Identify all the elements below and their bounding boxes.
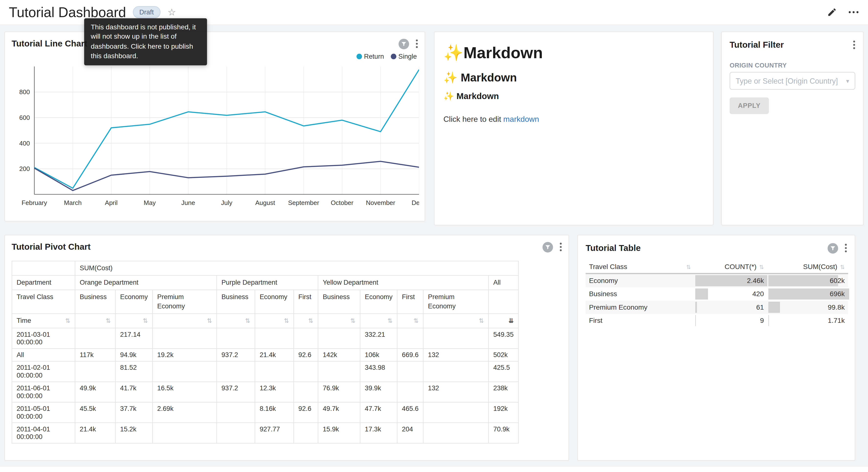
edit-pencil-icon[interactable] [827, 7, 837, 17]
pivot-cell: 238k [489, 382, 518, 402]
kebab-menu-icon[interactable] [853, 40, 855, 49]
pivot-cell [217, 402, 255, 423]
table-row: Premium Economy6199.8k [586, 301, 848, 314]
pivot-cell [217, 328, 255, 349]
count-cell: 61 [694, 301, 767, 314]
kebab-menu-icon[interactable] [560, 243, 562, 252]
pivot-cell: 132 [423, 382, 489, 402]
origin-country-select[interactable]: Type or Select [Origin Country] ▾ [730, 72, 855, 89]
pivot-sort-cell: ⇅ [217, 314, 255, 328]
legend-label: Return [364, 53, 384, 60]
pivot-cell [255, 361, 293, 382]
svg-text:June: June [181, 199, 195, 206]
pivot-cell: 465.6 [397, 402, 423, 423]
sort-desc-icon[interactable]: ⇊ [508, 316, 514, 325]
pivot-cell: 937.2 [217, 349, 255, 361]
markdown-heading-2: ✨ Markdown [443, 71, 704, 84]
sort-icon[interactable]: ⇅ [308, 316, 313, 325]
pivot-travel-class-header: Economy [360, 290, 397, 314]
pivot-cell: 94.9k [115, 349, 153, 361]
table-card-title: Tutorial Table [586, 242, 641, 254]
sort-icon[interactable]: ⇅ [479, 316, 484, 325]
pivot-sort-cell: ⇅ [360, 314, 397, 328]
filter-indicator-icon[interactable] [542, 242, 553, 252]
pivot-card-title: Tutorial Pivot Chart [12, 241, 91, 253]
legend-item-single[interactable]: Single [391, 52, 417, 61]
svg-text:February: February [22, 199, 47, 206]
table-row: First91.71k [586, 314, 848, 327]
sort-icon[interactable]: ⇅ [245, 316, 250, 325]
markdown-heading-1: ✨Markdown [443, 43, 704, 62]
kebab-menu-icon[interactable] [845, 243, 847, 253]
favorite-star-icon[interactable]: ☆ [167, 6, 176, 18]
pivot-time-cell: 2011-06-01 00:00:00 [12, 382, 75, 402]
pivot-cell: 8.16k [255, 402, 293, 423]
more-menu-icon[interactable] [848, 7, 859, 17]
pivot-time-cell: 2011-02-01 00:00:00 [12, 361, 75, 382]
table-card-header: Tutorial Table [586, 242, 847, 254]
pivot-cell [397, 361, 423, 382]
pivot-metric-header: SUM(Cost) [75, 261, 518, 275]
pivot-sort-cell: ⇅ [293, 314, 318, 328]
pivot-time-cell: 2011-04-01 00:00:00 [12, 423, 75, 443]
pivot-cell: 12.3k [255, 382, 293, 402]
table-header-sum-cost[interactable]: SUM(Cost)⇅ [767, 261, 848, 273]
apply-button[interactable]: APPLY [730, 97, 769, 114]
kebab-menu-icon[interactable] [416, 39, 418, 48]
sort-icon[interactable]: ⇅ [350, 316, 355, 325]
pivot-travel-class-header [489, 290, 518, 314]
svg-text:September: September [288, 199, 319, 206]
table-header-count[interactable]: COUNT(*)⇅ [694, 261, 767, 273]
svg-text:400: 400 [19, 140, 30, 147]
filter-card-header: Tutorial Filter [730, 39, 855, 51]
svg-text:October: October [331, 199, 353, 206]
sort-icon[interactable]: ⇅ [284, 316, 289, 325]
sort-icon[interactable]: ⇅ [387, 316, 393, 325]
pivot-cell [217, 423, 255, 443]
pivot-cell: 37.7k [115, 402, 153, 423]
pivot-cell: 16.5k [153, 382, 217, 402]
travel-class-table: Travel Class⇅COUNT(*)⇅SUM(Cost)⇅Economy2… [586, 261, 848, 327]
pivot-sort-row: Time⇅⇅⇅⇅⇅⇅⇅⇅⇅⇅⇅⇊ [12, 314, 518, 328]
draft-badge[interactable]: Draft [133, 6, 160, 18]
pivot-travel-class-header: Business [318, 290, 360, 314]
pivot-card-header: Tutorial Pivot Chart [12, 241, 562, 253]
pivot-time-label: Time⇅ [12, 314, 75, 328]
pivot-chart-card: Tutorial Pivot Chart SUM(Cost)Department… [4, 235, 569, 461]
pivot-cell: 937.2 [217, 382, 255, 402]
pivot-travel-class-header: Business [217, 290, 255, 314]
pivot-cell: 549.35 [489, 328, 518, 349]
markdown-card[interactable]: ✨Markdown ✨ Markdown ✨ Markdown Click he… [434, 32, 713, 225]
sort-icon[interactable]: ⇅ [65, 316, 70, 325]
sort-icon[interactable]: ⇅ [105, 316, 111, 325]
pivot-department-label: Department [12, 275, 75, 290]
filter-indicator-icon[interactable] [828, 243, 838, 254]
pivot-sort-cell: ⇅ [318, 314, 360, 328]
pivot-cell: 47.7k [360, 402, 397, 423]
legend-item-return[interactable]: Return [356, 52, 384, 61]
publish-tooltip[interactable]: This dashboard is not published, it will… [84, 18, 207, 65]
pivot-time-cell: 2011-05-01 00:00:00 [12, 402, 75, 423]
sort-icon[interactable]: ⇅ [413, 316, 418, 325]
app-root: Tutorial Dashboard Draft ☆ This dashboar… [0, 0, 868, 472]
sort-icon[interactable]: ⇅ [840, 264, 845, 270]
pivot-cell: 49.9k [75, 382, 115, 402]
sort-icon[interactable]: ⇅ [143, 316, 148, 325]
sort-icon[interactable]: ⇅ [759, 264, 764, 270]
sort-icon[interactable]: ⇅ [686, 264, 691, 270]
pivot-time-cell: 2011-03-01 00:00:00 [12, 328, 75, 349]
chevron-down-icon: ▾ [846, 77, 849, 84]
markdown-link[interactable]: markdown [503, 115, 539, 123]
pivot-travel-class-label: Travel Class [12, 290, 75, 314]
legend-dot [391, 54, 396, 59]
pivot-department-header: Purple Department [217, 275, 318, 290]
pivot-metric-row: SUM(Cost) [12, 261, 518, 275]
filter-indicator-icon[interactable] [399, 38, 409, 49]
pivot-cell [397, 328, 423, 349]
markdown-heading-3: ✨ Markdown [443, 91, 704, 101]
pivot-row: 2011-05-01 00:00:0045.5k37.7k2.69k8.16k9… [12, 402, 518, 423]
table-header-travel-class[interactable]: Travel Class⇅ [586, 261, 694, 273]
pivot-cell: 21.4k [75, 423, 115, 443]
sort-icon[interactable]: ⇅ [207, 316, 212, 325]
pivot-cell: 70.9k [489, 423, 518, 443]
